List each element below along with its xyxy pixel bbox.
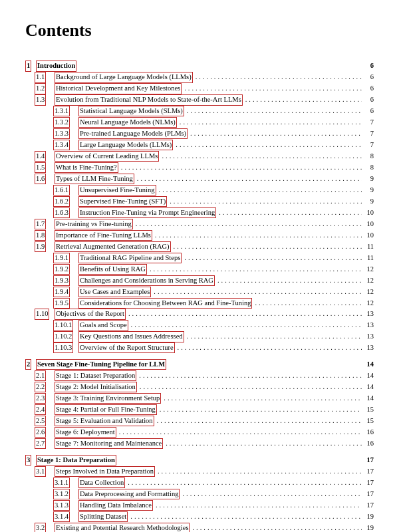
toc-entry-label[interactable]: Overview of Current Leading LLMs (55, 151, 159, 162)
toc-entry-label[interactable]: Steps Involved in Data Preparation (55, 466, 155, 477)
toc-entry-number[interactable]: 1.3.2 (53, 117, 77, 128)
toc-entry-label[interactable]: Stage 6: Deployment (55, 427, 116, 438)
toc-entry-number[interactable]: 1.10.2 (53, 331, 77, 342)
toc-entry-number[interactable]: 1.9.3 (53, 275, 77, 286)
toc-entry-label[interactable]: Data Collection (78, 477, 125, 488)
toc-entry-number[interactable]: 1.9.5 (53, 298, 77, 309)
toc-entry-label[interactable]: Background of Large Language Models (LLM… (55, 72, 193, 82)
toc-entry-number[interactable]: 2.7 (35, 438, 53, 449)
toc-entry-label[interactable]: Handling Data Imbalance (78, 500, 153, 511)
toc-entry-label[interactable]: Pre-trained Language Models (PLMs) (78, 128, 188, 139)
toc-entry-number[interactable]: 1.6.1 (53, 185, 77, 196)
toc-entry-label[interactable]: Stage 1: Dataset Preparation (55, 370, 136, 381)
toc-entry-label[interactable]: Overview of the Report Structure (78, 342, 175, 353)
toc-entry-number[interactable]: 1.6.2 (53, 196, 77, 207)
toc-entry-number[interactable]: 1.3.1 (53, 106, 77, 116)
toc-entry-page[interactable]: 15 (362, 416, 374, 426)
toc-entry-page[interactable]: 14 (362, 360, 374, 369)
toc-entry-page[interactable]: 17 (362, 489, 374, 499)
toc-entry-page[interactable]: 12 (362, 276, 374, 285)
toc-entry-label[interactable]: Goals and Scope (78, 320, 128, 331)
toc-entry-label[interactable]: Use Cases and Examples (78, 287, 151, 297)
toc-entry-number[interactable]: 1.10.1 (53, 320, 77, 331)
toc-entry-label[interactable]: Large Language Models (LLMs) (78, 140, 173, 150)
toc-entry-page[interactable]: 13 (362, 309, 374, 319)
toc-entry-page[interactable]: 19 (362, 523, 374, 532)
toc-entry-page[interactable]: 6 (362, 72, 374, 82)
toc-entry-page[interactable]: 14 (362, 371, 374, 380)
toc-entry-number[interactable]: 1.2 (35, 83, 53, 94)
toc-entry-page[interactable]: 9 (362, 174, 374, 184)
toc-entry-page[interactable]: 13 (362, 332, 374, 341)
toc-entry-page[interactable]: 14 (362, 382, 374, 392)
toc-entry-page[interactable]: 8 (362, 152, 374, 161)
toc-entry-number[interactable]: 2.4 (35, 404, 53, 415)
toc-entry-number[interactable]: 1.10.3 (53, 342, 77, 353)
toc-entry-label[interactable]: Key Questions and Issues Addressed (78, 331, 184, 342)
toc-entry-page[interactable]: 12 (362, 299, 374, 308)
toc-entry-label[interactable]: Data Preprocessing and Formatting (78, 489, 180, 499)
toc-entry-label[interactable]: Stage 4: Partial or Full Fine-Tuning (55, 404, 157, 415)
toc-entry-label[interactable]: Objectives of the Report (55, 309, 126, 319)
toc-entry-number[interactable]: 3.1.1 (53, 477, 77, 488)
toc-entry-number[interactable]: 1.1 (35, 72, 53, 82)
toc-entry-number[interactable]: 1.3 (35, 94, 53, 105)
toc-entry-page[interactable]: 11 (362, 253, 374, 263)
toc-entry-label[interactable]: Statistical Language Models (SLMs) (78, 106, 184, 116)
toc-entry-number[interactable]: 1.7 (35, 219, 53, 229)
toc-entry-number[interactable]: 1.9.1 (53, 253, 77, 263)
toc-entry-label[interactable]: Retrieval Augmented Generation (RAG) (55, 241, 171, 252)
toc-entry-number[interactable]: 1.6 (35, 174, 53, 184)
toc-entry-number[interactable]: 3.1.3 (53, 500, 77, 511)
toc-entry-number[interactable]: 2.5 (35, 416, 53, 426)
toc-entry-page[interactable]: 6 (362, 95, 374, 104)
toc-entry-number[interactable]: 2.2 (35, 382, 53, 392)
toc-entry-page[interactable]: 14 (362, 394, 374, 403)
toc-entry-page[interactable]: 9 (362, 197, 374, 206)
toc-entry-page[interactable]: 13 (362, 343, 374, 352)
toc-entry-label[interactable]: Unsupervised Fine-Tuning (78, 185, 156, 196)
toc-entry-label[interactable]: Seven Stage Fine-Tuning Pipeline for LLM (36, 359, 166, 370)
toc-entry-page[interactable]: 8 (362, 163, 374, 172)
toc-entry-label[interactable]: Splitting Dataset (78, 511, 128, 522)
toc-entry-page[interactable]: 12 (362, 287, 374, 297)
toc-entry-page[interactable]: 7 (362, 140, 374, 150)
toc-entry-label[interactable]: Stage 2: Model Initialisation (55, 382, 137, 392)
toc-entry-number[interactable]: 1.9 (35, 241, 53, 252)
toc-entry-number[interactable]: 3.1.4 (53, 511, 77, 522)
toc-entry-label[interactable]: Instruction Fine-Tuning via Prompt Engin… (78, 207, 216, 218)
toc-entry-number[interactable]: 1.5 (35, 162, 53, 173)
toc-entry-label[interactable]: What is Fine-Tuning? (55, 162, 118, 173)
toc-entry-label[interactable]: Neural Language Models (NLMs) (78, 117, 177, 128)
toc-entry-label[interactable]: Stage 1: Data Preparation (36, 455, 116, 466)
toc-entry-number[interactable]: 1.6.3 (53, 207, 77, 218)
toc-entry-page[interactable]: 15 (362, 405, 374, 414)
toc-entry-number[interactable]: 2.1 (35, 370, 53, 381)
toc-entry-label[interactable]: Stage 5: Evaluation and Validation (55, 416, 154, 426)
toc-entry-page[interactable]: 11 (362, 242, 374, 251)
toc-entry-page[interactable]: 12 (362, 265, 374, 274)
toc-entry-number[interactable]: 1.9.4 (53, 287, 77, 297)
toc-entry-number[interactable]: 2 (25, 359, 35, 370)
toc-entry-label[interactable]: Introduction (36, 61, 76, 71)
toc-entry-page[interactable]: 7 (362, 118, 374, 127)
toc-entry-page[interactable]: 17 (362, 501, 374, 510)
toc-entry-label[interactable]: Stage 7: Monitoring and Maintenance (55, 438, 163, 449)
toc-entry-label[interactable]: Challenges and Considerations in Serving… (78, 275, 215, 286)
toc-entry-label[interactable]: Existing and Potential Research Methodol… (55, 523, 190, 532)
toc-entry-label[interactable]: Supervised Fine-Tuning (SFT) (78, 196, 167, 207)
toc-entry-label[interactable]: Pre-training vs Fine-tuning (55, 219, 133, 229)
toc-entry-number[interactable]: 1.4 (35, 151, 53, 162)
toc-entry-page[interactable]: 6 (362, 61, 374, 70)
toc-entry-number[interactable]: 3 (25, 455, 35, 466)
toc-entry-label[interactable]: Importance of Fine-Tuning LLMs (55, 230, 152, 241)
toc-entry-page[interactable]: 17 (362, 456, 374, 465)
toc-entry-number[interactable]: 1.3.4 (53, 140, 77, 150)
toc-entry-page[interactable]: 17 (362, 478, 374, 487)
toc-entry-number[interactable]: 2.6 (35, 427, 53, 438)
toc-entry-page[interactable]: 10 (362, 219, 374, 229)
toc-entry-label[interactable]: Evolution from Traditional NLP Models to… (55, 94, 243, 105)
toc-entry-number[interactable]: 1 (25, 61, 35, 71)
toc-entry-page[interactable]: 10 (362, 231, 374, 240)
toc-entry-number[interactable]: 3.2 (35, 523, 53, 532)
